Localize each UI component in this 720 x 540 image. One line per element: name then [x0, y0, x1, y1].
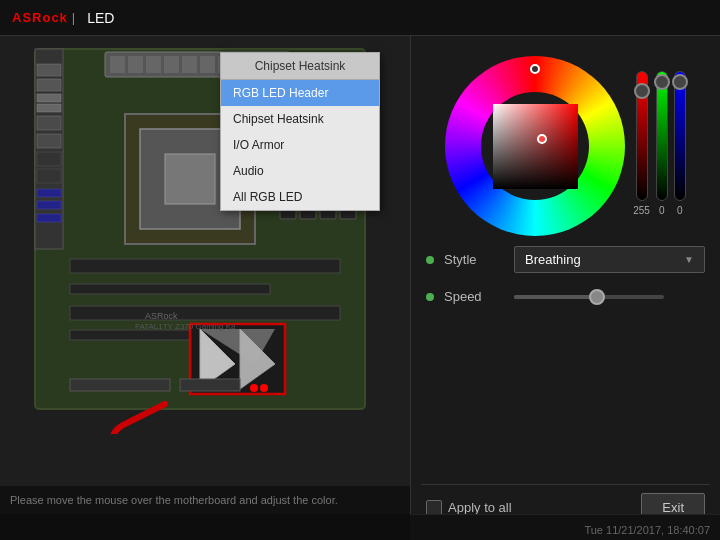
dropdown-item-all-rgb-led[interactable]: All RGB LED: [221, 184, 379, 210]
status-message: Please move the mouse over the motherboa…: [10, 494, 338, 506]
svg-rect-17: [164, 56, 179, 73]
green-slider-thumb[interactable]: [654, 74, 670, 90]
svg-rect-9: [37, 169, 61, 183]
svg-rect-39: [180, 379, 240, 391]
svg-rect-25: [165, 154, 215, 204]
svg-rect-10: [37, 189, 61, 197]
red-slider-group: 255: [633, 71, 650, 216]
speed-row: Speed: [421, 289, 710, 304]
svg-rect-14: [110, 56, 125, 73]
red-slider-track[interactable]: [636, 71, 648, 201]
style-label: Stytle: [444, 252, 504, 267]
svg-rect-12: [37, 214, 61, 222]
style-dropdown-value: Breathing: [525, 252, 581, 267]
speed-slider-thumb[interactable]: [589, 289, 605, 305]
app-header: ASRock | LED: [0, 0, 720, 36]
dropdown-arrow-icon: ▼: [684, 254, 694, 265]
svg-rect-8: [37, 152, 61, 166]
datetime-text: Tue 11/21/2017, 18:40:07: [584, 524, 710, 536]
controls-section: Stytle Breathing ▼ Speed: [421, 241, 710, 479]
svg-rect-19: [200, 56, 215, 73]
style-dropdown[interactable]: Breathing ▼: [514, 246, 705, 273]
rgb-sliders-area: 255 0 0: [633, 71, 686, 221]
blue-value: 0: [677, 205, 683, 216]
speed-label: Speed: [444, 289, 504, 304]
dropdown-item-audio[interactable]: Audio: [221, 158, 379, 184]
svg-text:FATAL1TY Z370 Gaming K8: FATAL1TY Z370 Gaming K8: [135, 322, 236, 331]
color-gradient-square[interactable]: [493, 104, 578, 189]
red-slider-thumb[interactable]: [634, 83, 650, 99]
svg-rect-4: [37, 94, 61, 102]
svg-text:ASRock: ASRock: [145, 311, 178, 321]
style-row: Stytle Breathing ▼: [421, 246, 710, 273]
speed-slider-track[interactable]: [514, 295, 664, 299]
wheel-handle-dot[interactable]: [530, 64, 540, 74]
svg-rect-3: [37, 79, 61, 91]
svg-rect-38: [70, 379, 170, 391]
blue-slider-thumb[interactable]: [672, 74, 688, 90]
svg-rect-41: [260, 384, 268, 392]
svg-rect-40: [250, 384, 258, 392]
svg-rect-6: [37, 116, 61, 130]
dropdown-item-chipset-heatsink[interactable]: Chipset Heatsink: [221, 106, 379, 132]
datetime-bar-left: [0, 514, 410, 540]
svg-rect-30: [70, 259, 340, 273]
header-separator: |: [72, 10, 75, 25]
svg-rect-5: [37, 104, 61, 112]
speed-slider-container: [514, 295, 705, 299]
style-indicator-dot: [426, 256, 434, 264]
red-value: 255: [633, 205, 650, 216]
status-bar: Please move the mouse over the motherboa…: [0, 486, 410, 514]
svg-rect-15: [128, 56, 143, 73]
color-wheel-inner: [481, 92, 589, 200]
right-panel: 255 0 0: [410, 36, 720, 540]
green-slider-group: 0: [656, 71, 668, 216]
apply-to-all-label: Apply to all: [448, 500, 512, 515]
svg-rect-16: [146, 56, 161, 73]
dropdown-header[interactable]: Chipset Heatsink: [221, 53, 379, 80]
svg-rect-7: [37, 134, 61, 148]
green-value: 0: [659, 205, 665, 216]
dropdown-item-io-armor[interactable]: I/O Armor: [221, 132, 379, 158]
dropdown-item-rgb-led-header[interactable]: RGB LED Header: [221, 80, 379, 106]
green-slider-track[interactable]: [656, 71, 668, 201]
component-dropdown-menu[interactable]: Chipset Heatsink RGB LED Header Chipset …: [220, 52, 380, 211]
color-wheel[interactable]: [445, 56, 625, 236]
blue-slider-group: 0: [674, 71, 686, 216]
brand-asrock: ASRock: [12, 10, 68, 25]
brand-logo: ASRock: [12, 10, 68, 25]
svg-rect-18: [182, 56, 197, 73]
color-picker-dot[interactable]: [537, 134, 547, 144]
svg-rect-31: [70, 284, 270, 294]
color-wheel-ring[interactable]: [445, 56, 625, 236]
app-title: LED: [87, 10, 114, 26]
blue-slider-track[interactable]: [674, 71, 686, 201]
datetime-bar: Tue 11/21/2017, 18:40:07: [410, 514, 720, 540]
svg-rect-11: [37, 201, 61, 209]
svg-rect-32: [70, 306, 340, 320]
svg-rect-2: [37, 64, 61, 76]
speed-indicator-dot: [426, 293, 434, 301]
